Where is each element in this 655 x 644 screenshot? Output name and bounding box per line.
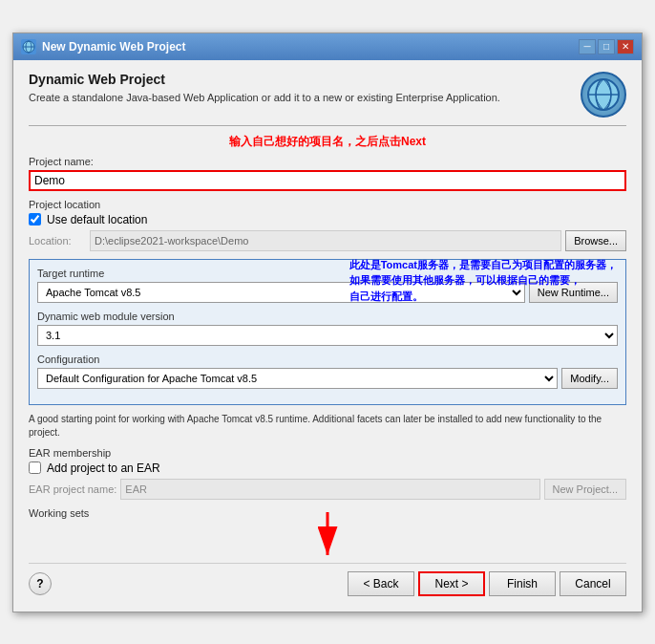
ear-membership-section: EAR membership Add project to an EAR EAR… [29, 447, 626, 500]
page-description: Create a standalone Java-based Web Appli… [29, 91, 571, 105]
ear-membership-label: EAR membership [29, 447, 626, 459]
blue-section-container: 此处是Tomcat服务器，是需要自己为项目配置的服务器， 如果需要使用其他服务器… [29, 259, 626, 405]
page-icon [581, 72, 626, 118]
browse-button[interactable]: Browse... [565, 230, 626, 251]
location-input[interactable] [90, 230, 561, 251]
configuration-row: Default Configuration for Apache Tomcat … [37, 368, 618, 389]
page-header-text: Dynamic Web Project Create a standalone … [29, 72, 571, 105]
use-default-location-checkbox[interactable] [29, 213, 41, 225]
title-bar-left: New Dynamic Web Project [21, 39, 186, 54]
header-separator [29, 125, 626, 126]
configuration-label: Configuration [37, 354, 618, 365]
module-version-label: Dynamic web module version [37, 311, 618, 322]
dialog-content: Dynamic Web Project Create a standalone … [13, 60, 642, 612]
button-bar: ? < Back Next > Finish Cancel [29, 563, 626, 600]
ear-project-row: EAR project name: New Project... [29, 479, 626, 500]
project-name-annotation: 输入自己想好的项目名，之后点击Next [29, 134, 626, 150]
project-location-section: Project location Use default location Lo… [29, 199, 626, 251]
modify-button[interactable]: Modify... [561, 368, 618, 389]
help-button[interactable]: ? [29, 572, 52, 595]
configuration-section: Configuration Default Configuration for … [37, 354, 618, 389]
configuration-select[interactable]: Default Configuration for Apache Tomcat … [37, 368, 558, 389]
target-runtime-select[interactable]: Apache Tomcat v8.5 [37, 282, 525, 303]
window-title: New Dynamic Web Project [42, 40, 186, 54]
next-button[interactable]: Next > [418, 571, 485, 596]
arrow-area [29, 526, 626, 555]
add-to-ear-row: Add project to an EAR [29, 462, 626, 475]
cancel-button[interactable]: Cancel [560, 571, 626, 596]
project-location-label: Project location [29, 199, 626, 210]
default-location-row: Use default location [29, 213, 626, 226]
target-runtime-label: Target runtime [37, 268, 618, 279]
location-label: Location: [29, 235, 86, 247]
add-to-ear-checkbox[interactable] [29, 462, 41, 474]
window-icon [21, 39, 36, 54]
minimize-button[interactable]: ─ [579, 39, 596, 54]
dialog-window: New Dynamic Web Project ─ □ ✕ Dynamic We… [12, 32, 643, 612]
new-runtime-button[interactable]: New Runtime... [529, 282, 618, 303]
ear-project-input [120, 479, 539, 500]
project-name-section: Project name: [29, 156, 626, 191]
project-name-input[interactable] [29, 170, 626, 191]
page-title: Dynamic Web Project [29, 72, 571, 87]
module-version-select[interactable]: 3.1 [37, 325, 618, 346]
ear-project-label: EAR project name: [29, 483, 116, 495]
info-text: A good starting point for working with A… [29, 413, 626, 440]
maximize-button[interactable]: □ [598, 39, 615, 54]
project-name-label: Project name: [29, 156, 626, 167]
title-bar: New Dynamic Web Project ─ □ ✕ [13, 33, 642, 60]
use-default-location-label: Use default location [47, 213, 147, 226]
back-button[interactable]: < Back [348, 571, 414, 596]
page-header: Dynamic Web Project Create a standalone … [29, 72, 626, 118]
annotation-arrow-svg [232, 507, 423, 565]
target-runtime-section: Target runtime Apache Tomcat v8.5 New Ru… [37, 268, 618, 303]
close-button[interactable]: ✕ [617, 39, 634, 54]
title-bar-buttons: ─ □ ✕ [579, 39, 634, 54]
module-version-section: Dynamic web module version 3.1 [37, 311, 618, 346]
add-to-ear-label: Add project to an EAR [47, 462, 160, 475]
runtime-row: Apache Tomcat v8.5 New Runtime... [37, 282, 618, 303]
blue-bordered-section: Target runtime Apache Tomcat v8.5 New Ru… [29, 259, 626, 405]
finish-button[interactable]: Finish [489, 571, 556, 596]
new-project-button: New Project... [544, 479, 626, 500]
location-row: Location: Browse... [29, 230, 626, 251]
